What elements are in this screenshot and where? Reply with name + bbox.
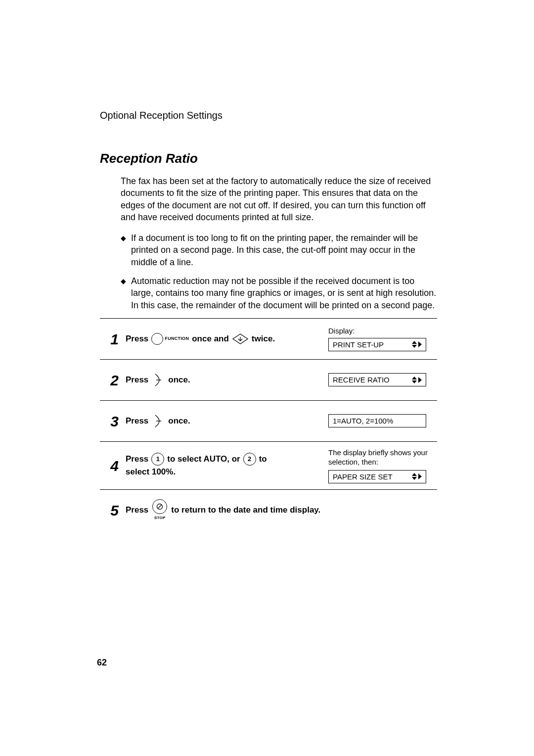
lcd-text-3: 1=AUTO, 2=100% [333,417,393,425]
step-2-number: 2 [100,372,119,388]
lcd-readout-2: RECEIVE RATIO [328,373,426,386]
step-3-number: 3 [100,413,119,429]
bullet-1: ◆ If a document is too long to fit on th… [121,232,437,268]
intro-paragraph: The fax has been set at the factory to a… [121,175,437,223]
right-nav-button-icon [151,413,165,429]
step-1-row: 1 Press FUNCTION once and twice. Display… [100,319,437,360]
lcd-text-2: RECEIVE RATIO [333,376,390,384]
lcd-readout-1: PRINT SET-UP [328,338,426,351]
lcd-readout-4: PAPER SIZE SET [328,470,426,483]
lcd-readout-3: 1=AUTO, 2=100% [328,414,426,427]
lcd-nav-arrows-icon [412,377,422,383]
diamond-bullet-icon: ◆ [121,277,126,311]
diamond-bullet-icon: ◆ [121,234,126,268]
header-section-title: Optional Reception Settings [100,110,437,121]
step-4-instruction: Press 1 to select AUTO, or 2 to select 1… [119,453,328,478]
page-number: 62 [97,658,107,668]
step-4-text-d: select 100%. [126,466,328,478]
right-nav-button-icon [151,372,165,388]
step-2-text-a: Press [126,374,148,386]
step-3-text-b: once. [168,415,190,427]
step-5-row: 5 Press STOP to return to the date and t… [100,490,437,530]
step-3-row: 3 Press once. 1=AUTO, 2=100% [100,401,437,442]
step-4-note: The display briefly shows your selection… [328,448,437,467]
bullet-2-text: Automatic reduction may not be possible … [131,275,437,311]
step-4-display: The display briefly shows your selection… [328,448,437,483]
step-4-row: 4 Press 1 to select AUTO, or 2 to select… [100,442,437,490]
steps-table: 1 Press FUNCTION once and twice. Display… [100,318,437,530]
function-button-icon: FUNCTION [151,333,189,345]
step-5-text-b: to return to the date and time display. [171,504,320,517]
display-label: Display: [328,327,437,335]
svg-line-3 [158,505,162,509]
step-2-text-b: once. [168,374,190,386]
keypad-2-icon: 2 [243,453,256,466]
step-1-number: 1 [100,331,119,347]
stop-button-icon: STOP [152,499,167,521]
step-4-text-a: Press [126,453,148,466]
step-5-number: 5 [100,502,119,518]
keypad-1-icon: 1 [151,453,164,466]
step-4-text-b: to select AUTO, or [167,453,240,466]
step-2-row: 2 Press once. RECEIVE RATIO [100,360,437,401]
lcd-nav-arrows-icon [412,473,422,480]
step-1-instruction: Press FUNCTION once and twice. [119,332,328,345]
section-heading: Reception Ratio [100,151,437,166]
step-2-instruction: Press once. [119,372,328,388]
step-1-text-c: twice. [252,332,275,345]
step-5-text-a: Press [126,504,148,517]
bullet-2: ◆ Automatic reduction may not be possibl… [121,275,437,311]
step-5-instruction: Press STOP to return to the date and tim… [119,499,328,521]
step-1-text-b: once and [192,332,229,345]
step-2-display: RECEIVE RATIO [328,373,437,386]
down-nav-button-icon [232,333,249,345]
lcd-nav-arrows-icon [412,341,422,348]
step-3-text-a: Press [126,415,148,427]
step-4-text-c: to [259,453,267,466]
step-4-number: 4 [100,458,119,473]
step-3-instruction: Press once. [119,413,328,429]
step-1-text-a: Press [126,332,148,345]
lcd-text-1: PRINT SET-UP [333,340,384,349]
step-3-display: 1=AUTO, 2=100% [328,414,437,427]
lcd-text-4: PAPER SIZE SET [333,472,393,481]
step-1-display: Display: PRINT SET-UP [328,327,437,351]
bullet-1-text: If a document is too long to fit on the … [131,232,437,268]
